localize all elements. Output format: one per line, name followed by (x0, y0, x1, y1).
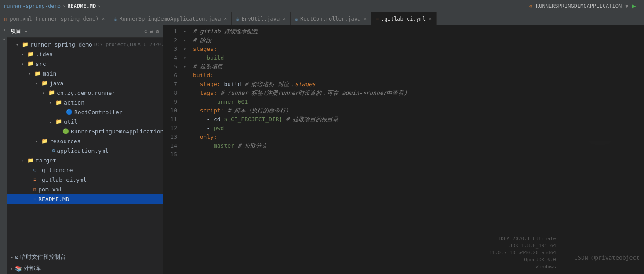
tree-appyml-label: application.yml (57, 148, 108, 154)
tab-root-close[interactable]: ✕ (364, 16, 367, 22)
tree-cn-zy[interactable]: ▾ 📁 cn.zy.demo.runner (7, 88, 163, 97)
tree-root-arrow[interactable]: ▾ (16, 42, 22, 47)
tab-root-icon: ☕ (295, 16, 298, 22)
tree-target[interactable]: ▸ 📁 target (7, 155, 163, 165)
tree-idea-arrow[interactable]: ▸ (21, 52, 27, 57)
tab-gitlab[interactable]: ≡ .gitlab-ci.yml ✕ (371, 12, 437, 25)
tree-idea-icon: 📁 (27, 51, 34, 57)
breadcrumb: runner-spring-demo › README.MD › (4, 3, 101, 9)
tab-gitlab-icon: ≡ (376, 16, 379, 22)
tree-appyml-icon: ⚙ (52, 148, 55, 154)
tab-pom-close[interactable]: ✕ (102, 16, 105, 22)
tree-action[interactable]: ▾ 📁 action (7, 97, 163, 107)
tab-env[interactable]: ☕ EnvUtil.java ✕ (232, 12, 291, 25)
tree-readme[interactable]: ≡ README.MD (7, 194, 163, 204)
code-text-4b: build (207, 54, 224, 62)
tree-action-icon: 📁 (55, 99, 62, 105)
code-editor[interactable]: # gitlab 持续继承配置 # 阶段 stages: - build # 拉… (189, 25, 644, 274)
line-num-4: 4 (163, 54, 177, 62)
tree-gitignore-icon: ⚙ (33, 167, 36, 173)
tree-cn-label: cn.zy.demo.runner (57, 90, 115, 96)
tree-rootctrl-icon: 🔵 (66, 109, 73, 115)
tab-bar: m pom.xml (runner-spring-demo) ✕ ☕ Runne… (0, 12, 644, 25)
tree-resources[interactable]: ▾ 📁 resources (7, 136, 163, 146)
fold-6[interactable]: ▾ (181, 36, 189, 45)
breadcrumb-file: README.MD (67, 3, 96, 9)
tree-target-arrow[interactable]: ▸ (21, 158, 27, 163)
run-area: ⚙ RUNNERSPRINGDEMOAPPLICATION ▼ ▶ (529, 2, 640, 10)
sidebar-collapse-icon[interactable]: ⊕ (144, 29, 147, 35)
sidebar-temp-files[interactable]: ▸ ⚙ 临时文件和控制台 (7, 251, 163, 263)
line-num-12: 12 (163, 124, 177, 133)
tree-root[interactable]: ▾ 📁 runner-spring-demo D:\_project\IDEA-… (7, 40, 163, 49)
tree-pom[interactable]: m pom.xml (7, 184, 163, 194)
sidebar-sync-icon[interactable]: ⇄ (150, 29, 153, 35)
temp-label: 临时文件和控制台 (20, 253, 66, 261)
info-line2: JDK 1.8.0_191-64 (489, 242, 556, 249)
external-label: 外部库 (24, 264, 41, 272)
code-text-14b: master (214, 141, 234, 150)
tree-gitlabci-label: .gitlab-ci.yml (38, 177, 87, 183)
tree-main-arrow[interactable]: ▾ (28, 71, 34, 76)
run-button[interactable]: ▶ (632, 2, 636, 10)
line-num-7: 7 (163, 80, 177, 89)
arrow-down-icon[interactable]: ▼ (625, 3, 628, 9)
tab-pom[interactable]: m pom.xml (runner-spring-demo) ✕ (0, 12, 109, 25)
code-text-10c: # 脚本（执行的命令行） (224, 106, 291, 115)
strip-item-2[interactable]: 2 (0, 36, 7, 42)
tree-gitignore[interactable]: ⚙ .gitignore (7, 165, 163, 175)
tree-gitlabci[interactable]: ≡ .gitlab-ci.yml (7, 175, 163, 184)
tab-pom-label: pom.xml (runner-spring-demo) (10, 16, 98, 22)
fold-8[interactable]: ▾ (181, 45, 189, 54)
strip-item-1[interactable]: 1 (0, 27, 7, 33)
fold-gutter: ▾ ▾ ▾ ▾ ▾ (181, 25, 189, 274)
sidebar-dropdown-icon[interactable]: ▾ (25, 29, 28, 35)
tree-java-arrow[interactable]: ▾ (35, 81, 41, 86)
tab-app[interactable]: ☕ RunnerSpringDemoApplication.java ✕ (109, 12, 232, 25)
breadcrumb-project[interactable]: runner-spring-demo (4, 3, 61, 9)
code-text-8b: tags: (200, 89, 217, 97)
sidebar-external[interactable]: ▸ 📚 外部库 (7, 263, 163, 274)
tree-util[interactable]: ▸ 📁 util (7, 117, 163, 126)
external-icon: 📚 (15, 265, 22, 272)
code-line-9: - runner_001 (193, 97, 644, 106)
line-num-11: 11 (163, 115, 177, 124)
tree-app-main[interactable]: 🟢 RunnerSpringDemoApplication (7, 126, 163, 136)
tree-util-arrow[interactable]: ▸ (49, 119, 55, 124)
tree-idea[interactable]: ▸ 📁 .idea (7, 49, 163, 59)
code-line-2: # 阶段 (193, 36, 644, 45)
fold-13[interactable]: ▾ (181, 62, 189, 71)
tree-action-label: action (64, 99, 84, 106)
tree-idea-label: .idea (36, 51, 53, 58)
tree-src[interactable]: ▾ 📁 src (7, 59, 163, 68)
code-line-10: script: # 脚本（执行的命令行） (193, 106, 644, 115)
code-text-7b: stage: (200, 80, 221, 89)
tab-root[interactable]: ☕ RootController.java ✕ (291, 12, 371, 25)
editor-content: 1 2 3 4 5 6 7 8 9 10 11 12 13 14 15 ▾ (163, 25, 644, 274)
sidebar-settings-icon[interactable]: ⚙ (156, 29, 159, 35)
tree-target-label: target (36, 157, 56, 164)
run-config-label[interactable]: RUNNERSPRINGDEMOAPPLICATION (536, 3, 622, 9)
code-text-11b: ${CI_PROJECT_DIR} (224, 115, 282, 124)
tree-root-label: runner-spring-demo (30, 41, 92, 48)
fold-3[interactable]: ▾ (181, 27, 189, 36)
tree-resources-arrow[interactable]: ▾ (35, 139, 41, 144)
tab-app-icon: ☕ (114, 16, 117, 22)
tree-rootctrl[interactable]: 🔵 RootController (7, 107, 163, 117)
code-line-14: - master # 拉取分支 (193, 141, 644, 150)
tree-action-arrow[interactable]: ▾ (49, 100, 55, 105)
tab-gitlab-label: .gitlab-ci.yml (381, 16, 426, 22)
code-text-8a (193, 89, 200, 97)
tab-env-close[interactable]: ✕ (283, 16, 286, 22)
tree-main[interactable]: ▾ 📁 main (7, 68, 163, 78)
tree-src-arrow[interactable]: ▾ (21, 61, 27, 66)
code-text-9a: - (193, 97, 214, 106)
fold-10[interactable]: ▾ (181, 54, 189, 62)
tree-cn-arrow[interactable]: ▾ (42, 90, 48, 95)
tree-app-yml[interactable]: ⚙ application.yml (7, 146, 163, 155)
tree-java[interactable]: ▾ 📁 java (7, 78, 163, 88)
tree-pom-icon: m (33, 186, 36, 192)
info-line3: 11.0.7 10-b440.20 amd64 (489, 249, 556, 256)
tab-app-close[interactable]: ✕ (224, 16, 227, 22)
tab-gitlab-close[interactable]: ✕ (429, 16, 432, 22)
